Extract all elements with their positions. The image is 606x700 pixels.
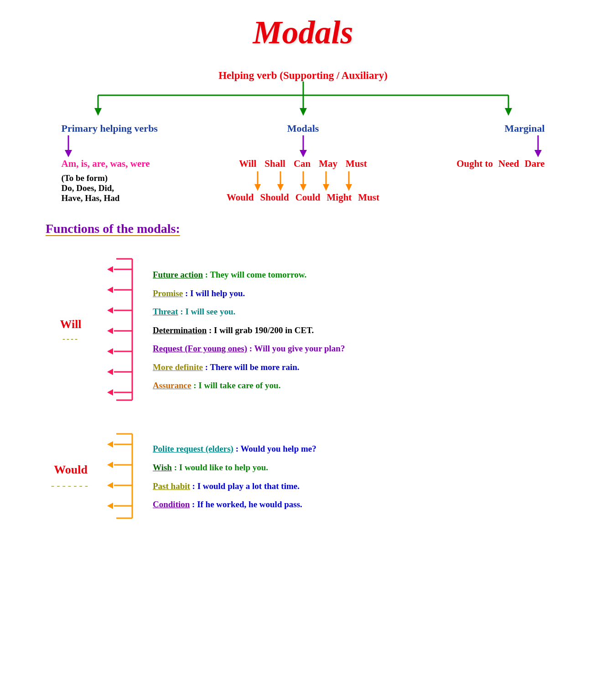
will-item-3: Determination : I will grab 190/200 in C…	[153, 324, 345, 337]
svg-marker-21	[346, 184, 352, 191]
svg-marker-49	[107, 482, 113, 489]
col-marginal: Marginal Ought to Need Dare	[417, 123, 554, 170]
svg-marker-36	[107, 348, 113, 355]
will-label-container: Will ----	[46, 318, 96, 344]
modals-arrow-svg	[296, 135, 310, 158]
would-bracket-svg	[105, 429, 137, 523]
svg-marker-5	[94, 108, 102, 116]
will-label: Will	[60, 318, 81, 331]
will-item-6: Assurance : I will take care of you.	[153, 380, 345, 392]
marginal-words-row: Ought to Need Dare	[456, 158, 544, 170]
will-item-2: Threat : I will see you.	[153, 306, 345, 318]
primary-helping-label: Primary helping verbs	[62, 123, 158, 134]
svg-marker-40	[107, 389, 113, 396]
past-modals-row: Would Should Could Might Must	[227, 192, 379, 203]
svg-marker-34	[107, 328, 113, 334]
would-label: Would	[54, 463, 88, 477]
would-dashes: -------	[51, 479, 90, 491]
would-item-2: Past habit : I would play a lot that tim…	[153, 480, 316, 493]
marginal-arrow-svg	[531, 135, 545, 158]
svg-marker-45	[107, 441, 113, 448]
svg-marker-11	[300, 150, 307, 157]
col-primary: Primary helping verbs Am, is, are, was, …	[52, 123, 189, 203]
svg-marker-9	[65, 150, 72, 157]
svg-marker-15	[277, 184, 284, 191]
svg-marker-47	[107, 462, 113, 468]
modals-label: Modals	[287, 123, 319, 134]
svg-marker-19	[323, 184, 329, 191]
tree-root-label: Helping verb (Supporting / Auxiliary)	[52, 70, 554, 82]
will-item-5: More definite : There will be more rain.	[153, 361, 345, 374]
svg-marker-51	[107, 503, 113, 509]
orange-arrows-row	[253, 171, 354, 192]
will-bracket-svg	[105, 254, 137, 405]
marginal-label: Marginal	[505, 123, 545, 134]
modals-words-row: Will Shall Can May Must	[239, 158, 367, 170]
would-item-0: Polite request (elders) : Would you help…	[153, 443, 316, 455]
will-item-1: Promise : I will help you.	[153, 288, 345, 300]
tree-diagram: Helping verb (Supporting / Auxiliary) Pr…	[52, 70, 554, 203]
primary-arrow-svg	[62, 135, 75, 158]
col-modals: Modals Will Shall Can May Must	[212, 123, 394, 203]
page-title: Modals	[27, 14, 579, 51]
svg-marker-32	[107, 307, 113, 314]
will-block: Will ----	[46, 254, 579, 407]
will-functions-list: Future action : They will come tomorrow.…	[153, 269, 345, 392]
would-block: Would -------	[46, 429, 579, 525]
tree-connector-svg	[52, 82, 554, 118]
svg-marker-7	[505, 108, 512, 116]
tree-level1-row: Primary helping verbs Am, is, are, was, …	[52, 123, 554, 203]
svg-marker-13	[254, 184, 261, 191]
to-be-form: (To be form) Do, Does, Did, Have, Has, H…	[62, 173, 120, 203]
svg-marker-30	[107, 287, 113, 293]
svg-marker-28	[107, 266, 113, 273]
will-item-0: Future action : They will come tomorrow.	[153, 269, 345, 281]
would-item-1: Wish : I would like to help you.	[153, 462, 316, 474]
would-bracket	[105, 429, 137, 525]
would-functions-list: Polite request (elders) : Would you help…	[153, 443, 316, 510]
svg-marker-38	[107, 369, 113, 375]
functions-title: Functions of the modals:	[46, 221, 579, 236]
functions-section: Functions of the modals: Will ----	[27, 221, 579, 525]
would-label-container: Would -------	[46, 463, 96, 491]
svg-marker-23	[534, 150, 542, 157]
will-dashes: ----	[62, 334, 79, 344]
will-item-4: Request (For young ones) : Will you give…	[153, 343, 345, 355]
svg-marker-17	[300, 184, 306, 191]
am-is-are-label: Am, is, are, was, were	[62, 158, 150, 170]
svg-marker-6	[300, 108, 307, 116]
would-item-3: Condition : If he worked, he would pass.	[153, 499, 316, 511]
will-bracket	[105, 254, 137, 407]
